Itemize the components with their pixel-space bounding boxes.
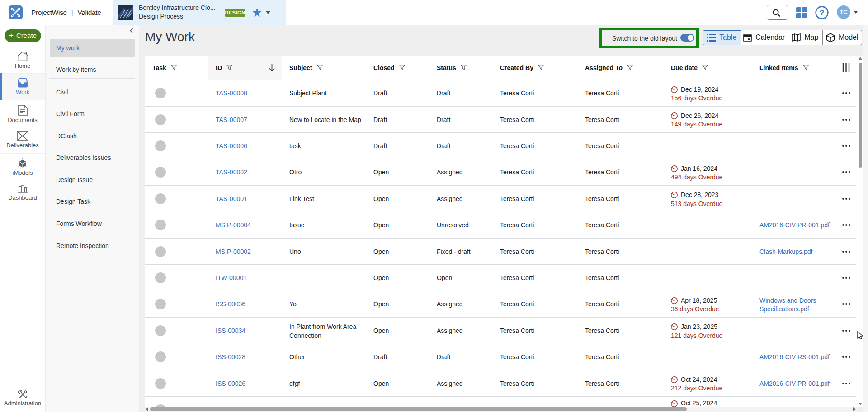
svg-text:?: ? bbox=[820, 9, 824, 17]
